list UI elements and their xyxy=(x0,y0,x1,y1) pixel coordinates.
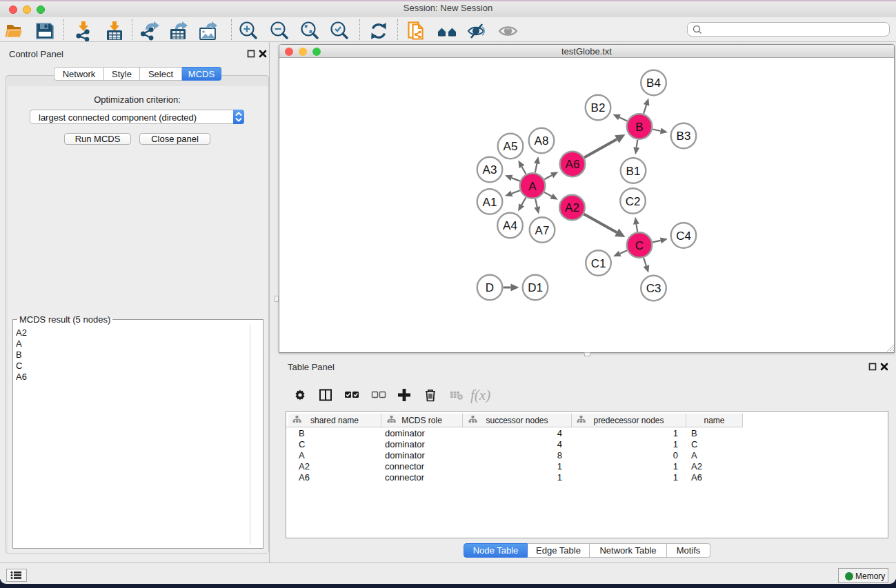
svg-text:C3: C3 xyxy=(646,282,661,295)
svg-text:C1: C1 xyxy=(591,257,606,270)
svg-text:C4: C4 xyxy=(676,230,691,243)
svg-text:A2: A2 xyxy=(565,201,579,214)
svg-text:C2: C2 xyxy=(626,195,641,208)
svg-text:B3: B3 xyxy=(677,130,691,143)
svg-text:A: A xyxy=(528,180,537,193)
svg-text:A8: A8 xyxy=(535,134,549,148)
svg-text:B: B xyxy=(635,121,643,134)
svg-text:A3: A3 xyxy=(483,163,497,176)
svg-text:B2: B2 xyxy=(591,101,606,114)
svg-text:B1: B1 xyxy=(626,165,641,178)
svg-text:A7: A7 xyxy=(535,224,550,237)
svg-text:A6: A6 xyxy=(566,158,580,171)
svg-text:D: D xyxy=(486,281,494,294)
svg-text:D1: D1 xyxy=(528,281,543,294)
svg-text:A4: A4 xyxy=(503,219,517,232)
svg-text:C: C xyxy=(635,239,644,252)
svg-text:A5: A5 xyxy=(504,140,518,153)
svg-text:A1: A1 xyxy=(483,196,497,209)
svg-text:B4: B4 xyxy=(646,77,661,90)
